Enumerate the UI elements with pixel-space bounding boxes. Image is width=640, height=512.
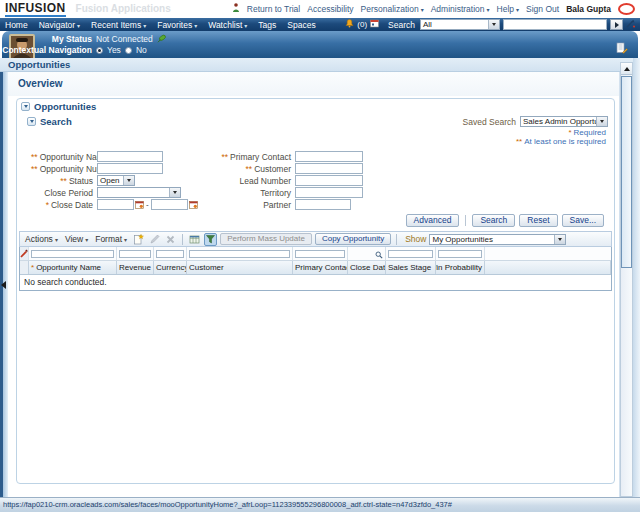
- opportunities-panel-title[interactable]: Opportunities: [34, 101, 96, 112]
- column-header-currency[interactable]: Currency: [154, 261, 187, 274]
- required-notes: *Required **At least one is required: [17, 128, 614, 146]
- calendar-picker-icon[interactable]: [135, 200, 144, 209]
- query-by-example-icon[interactable]: [204, 233, 217, 246]
- qbe-win-probability-input[interactable]: [438, 250, 482, 258]
- dropdown-arrow-icon[interactable]: [123, 176, 134, 185]
- primary-contact-input[interactable]: [295, 151, 363, 162]
- toolbar-separator: [396, 234, 397, 245]
- column-header-revenue[interactable]: Revenue: [117, 261, 154, 274]
- advanced-button[interactable]: Advanced: [406, 214, 460, 227]
- copy-opportunity-button[interactable]: Copy Opportunity: [315, 233, 391, 245]
- collapse-search-icon[interactable]: [27, 117, 36, 126]
- menu-favorites[interactable]: Favorites: [157, 20, 197, 30]
- sign-out-link[interactable]: Sign Out: [526, 4, 559, 14]
- calendar-icon[interactable]: [370, 19, 379, 30]
- format-menu[interactable]: Format: [93, 234, 129, 244]
- qbe-sales-stage-input[interactable]: [388, 250, 433, 258]
- collapse-opportunities-icon[interactable]: [21, 102, 30, 111]
- search-scope-select[interactable]: All: [420, 19, 500, 30]
- connection-status-icon[interactable]: [157, 34, 167, 45]
- menu-home[interactable]: Home: [5, 20, 28, 30]
- dropdown-arrow-icon[interactable]: [596, 117, 607, 126]
- contextual-nav-no-label: No: [136, 45, 147, 55]
- search-go-button[interactable]: [610, 19, 623, 30]
- vertical-scrollbar[interactable]: [620, 62, 633, 497]
- search-section-title[interactable]: Search: [40, 116, 72, 127]
- territory-input[interactable]: [295, 187, 363, 198]
- opportunities-panel: Opportunities Search Saved Search Sales …: [16, 98, 615, 484]
- lead-number-input[interactable]: [295, 175, 363, 186]
- column-header-customer[interactable]: Customer: [187, 261, 293, 274]
- dropdown-arrow-icon[interactable]: [554, 235, 565, 244]
- scrollbar-thumb[interactable]: [621, 76, 632, 268]
- customer-input[interactable]: [295, 163, 363, 174]
- status-select[interactable]: Open: [97, 175, 135, 186]
- partner-input[interactable]: [295, 199, 351, 210]
- overview-title: Overview: [8, 72, 619, 89]
- close-date-from-input[interactable]: [97, 199, 134, 210]
- opportunity-name-input[interactable]: [97, 151, 163, 162]
- opportunity-number-label: **Opportunity Number: [31, 164, 97, 174]
- search-button[interactable]: Search: [472, 214, 515, 227]
- qbe-revenue-input[interactable]: [119, 250, 151, 258]
- opportunity-number-input[interactable]: [97, 163, 163, 174]
- status-url: https://fap0210-crm.oracleads.com/sales/…: [3, 500, 452, 509]
- create-icon[interactable]: [132, 233, 145, 246]
- column-header-close-date[interactable]: Close Date: [348, 261, 386, 274]
- overview-header: Overview: [8, 72, 619, 96]
- results-table: *Opportunity Name Revenue Currency Custo…: [19, 247, 612, 291]
- column-header-opportunity-name[interactable]: *Opportunity Name: [29, 261, 117, 274]
- advanced-search-icon[interactable]: [626, 19, 635, 30]
- menu-tags[interactable]: Tags: [258, 20, 276, 30]
- personalization-menu[interactable]: Personalization: [361, 4, 424, 14]
- status-bar: My Status Not Connected Contextual Navig…: [2, 31, 638, 58]
- qbe-opportunity-name-input[interactable]: [31, 250, 114, 258]
- contextual-nav-yes-label: Yes: [107, 45, 121, 55]
- help-menu[interactable]: Help: [497, 4, 520, 14]
- notes-icon[interactable]: [616, 42, 628, 56]
- contextual-nav-yes-radio[interactable]: [96, 47, 103, 54]
- header-filler-cell: [485, 261, 611, 274]
- save-button[interactable]: Save...: [562, 214, 604, 227]
- close-date-to-input[interactable]: [151, 199, 188, 210]
- export-icon[interactable]: [188, 233, 201, 246]
- close-period-select[interactable]: [97, 187, 181, 198]
- column-header-sales-stage[interactable]: Sales Stage: [386, 261, 436, 274]
- accessibility-link[interactable]: Accessibility: [307, 4, 353, 14]
- saved-search-area: Saved Search Sales Admin Opportunities: [463, 116, 608, 127]
- right-margin-strip: [633, 58, 640, 497]
- menu-navigator[interactable]: Navigator: [39, 20, 80, 30]
- show-select[interactable]: My Opportunities: [429, 234, 566, 245]
- return-to-trial-link[interactable]: Return to Trial: [247, 4, 300, 14]
- saved-search-label: Saved Search: [463, 117, 516, 127]
- notifications-bell-icon[interactable]: [345, 19, 354, 30]
- splitter-collapse-icon[interactable]: [1, 281, 6, 289]
- menu-watchlist[interactable]: Watchlist: [208, 20, 247, 30]
- results-section: Actions View Format Perform Mass Update …: [19, 231, 612, 291]
- perform-mass-update-button[interactable]: Perform Mass Update: [220, 233, 312, 245]
- qbe-currency-input[interactable]: [156, 250, 184, 258]
- calendar-picker-icon[interactable]: [189, 200, 198, 209]
- qbe-primary-contact-input[interactable]: [295, 250, 345, 258]
- contextual-nav-no-radio[interactable]: [125, 47, 132, 54]
- edit-pencil-icon[interactable]: [148, 233, 161, 246]
- qbe-customer-input[interactable]: [189, 250, 290, 258]
- status-value: Open: [98, 176, 123, 185]
- actions-menu[interactable]: Actions: [23, 234, 60, 244]
- qbe-close-date-picker-icon[interactable]: [375, 247, 383, 260]
- scrollbar-up-arrow[interactable]: [621, 63, 632, 75]
- global-search-input[interactable]: [503, 19, 607, 30]
- menu-spaces[interactable]: Spaces: [287, 20, 315, 30]
- column-header-primary-contact[interactable]: Primary Contact: [293, 261, 348, 274]
- column-header-win-probability[interactable]: Win Probability: [436, 261, 485, 274]
- fusion-applications-tagline: Fusion Applications: [76, 3, 171, 14]
- menu-recent-items[interactable]: Recent Items: [91, 20, 146, 30]
- dropdown-arrow-icon[interactable]: [488, 20, 499, 29]
- view-menu[interactable]: View: [63, 234, 90, 244]
- reset-button[interactable]: Reset: [519, 214, 557, 227]
- saved-search-select[interactable]: Sales Admin Opportunities: [520, 116, 608, 127]
- saved-search-value: Sales Admin Opportunities: [521, 117, 596, 126]
- delete-icon[interactable]: [164, 233, 177, 246]
- dropdown-arrow-icon[interactable]: [169, 188, 180, 197]
- administration-menu[interactable]: Administration: [431, 4, 490, 14]
